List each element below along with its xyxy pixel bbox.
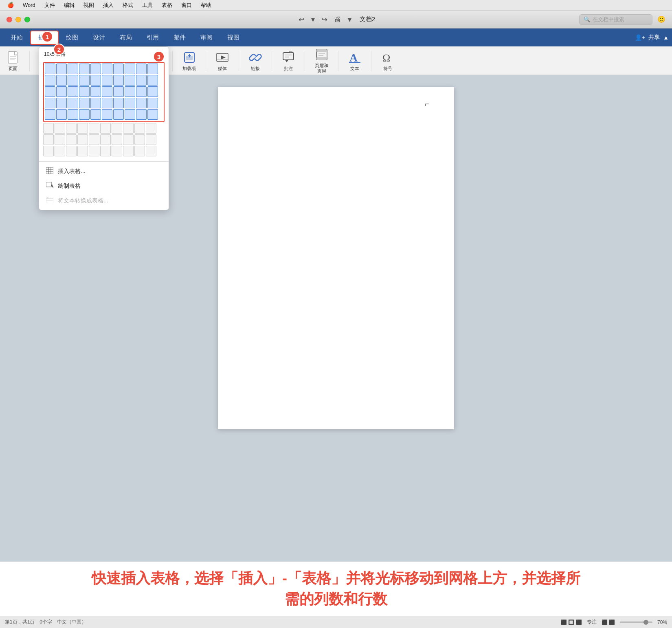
grid-cell[interactable] [146,123,156,134]
grid-cell[interactable] [55,146,65,156]
grid-cell[interactable] [102,64,112,74]
menu-word[interactable]: Word [19,1,40,9]
grid-cell[interactable] [79,64,90,74]
undo-button[interactable]: ↩ [297,14,306,25]
table-dropdown[interactable]: 10x5 表格 3 插入表格... [39,46,169,210]
grid-cell[interactable] [113,86,124,97]
print-button[interactable]: 🖨 [332,14,343,24]
grid-row-selected-4[interactable] [45,109,163,120]
grid-cell[interactable] [125,86,135,97]
grid-cell[interactable] [45,109,55,120]
menu-tools[interactable]: 工具 [138,1,157,10]
grid-cell[interactable] [45,98,55,108]
grid-cell[interactable] [43,146,54,156]
grid-cell[interactable] [147,109,158,120]
grid-row-unselected-7[interactable] [43,146,165,156]
grid-cell[interactable] [45,75,55,86]
grid-cell[interactable] [90,98,101,108]
menu-view[interactable]: 视图 [79,1,98,10]
grid-cell[interactable] [146,134,156,145]
addins-button[interactable]: 加载项 [179,49,199,73]
grid-cell[interactable] [68,64,78,74]
grid-cell[interactable] [43,134,54,145]
grid-cell[interactable] [146,146,156,156]
grid-cell[interactable] [56,86,67,97]
insert-table-action[interactable]: 插入表格... [39,164,169,179]
more-tools[interactable]: ▾ [346,14,353,25]
grid-cell[interactable] [77,123,88,134]
grid-cell[interactable] [56,64,67,74]
grid-cell[interactable] [147,75,158,86]
grid-cell[interactable] [90,109,101,120]
grid-cell[interactable] [123,123,134,134]
grid-cell[interactable] [125,98,135,108]
grid-cell[interactable] [79,98,90,108]
draw-table-action[interactable]: 绘制表格 [39,179,169,193]
comment-button[interactable]: 批注 [279,49,298,73]
grid-cell[interactable] [56,75,67,86]
tab-start[interactable]: 开始 [3,31,30,44]
grid-cell[interactable] [79,109,90,120]
redo-button[interactable]: ↪ [320,14,329,25]
grid-cell[interactable] [125,109,135,120]
menu-help[interactable]: 帮助 [197,1,215,10]
tab-draw[interactable]: 绘图 [59,31,86,44]
grid-cell[interactable] [136,98,147,108]
tab-review[interactable]: 审阅 [193,31,220,44]
link-button[interactable]: 链接 [246,49,265,73]
header-footer-button[interactable]: 页眉和 页脚 [312,46,332,75]
grid-cell[interactable] [112,146,122,156]
menu-window[interactable]: 窗口 [177,1,196,10]
grid-cell[interactable] [79,86,90,97]
grid-cell[interactable] [45,64,55,74]
grid-cell[interactable] [125,75,135,86]
grid-cell[interactable] [136,64,147,74]
grid-cell[interactable] [136,75,147,86]
grid-cell[interactable] [90,64,101,74]
grid-row-selected-0[interactable] [45,64,163,74]
grid-cell[interactable] [56,109,67,120]
grid-cell[interactable] [79,75,90,86]
grid-cell[interactable] [136,109,147,120]
grid-cell[interactable] [66,123,77,134]
tab-references[interactable]: 引用 [139,31,166,44]
grid-row-unselected-6[interactable] [43,134,165,145]
grid-cell[interactable] [102,109,112,120]
grid-cell[interactable] [89,123,99,134]
tab-mail[interactable]: 邮件 [166,31,193,44]
symbol-button[interactable]: Ω 符号 [378,49,397,73]
fullscreen-button[interactable] [24,17,30,22]
grid-cell[interactable] [147,64,158,74]
menu-file[interactable]: 文件 [40,1,59,10]
grid-cell[interactable] [123,134,134,145]
grid-cell[interactable] [113,75,124,86]
grid-cell[interactable] [102,98,112,108]
grid-cell[interactable] [112,134,122,145]
grid-cell[interactable] [68,109,78,120]
menu-insert[interactable]: 插入 [99,1,118,10]
tab-layout[interactable]: 布局 [112,31,139,44]
grid-cell[interactable] [68,75,78,86]
grid-row-selected-2[interactable] [45,86,163,97]
close-button[interactable] [7,17,12,22]
apple-menu[interactable]: 🍎 [3,1,18,9]
grid-cell[interactable] [45,86,55,97]
grid-cell[interactable] [90,75,101,86]
menu-edit[interactable]: 编辑 [60,1,79,10]
grid-cell[interactable] [77,134,88,145]
grid-cell[interactable] [113,98,124,108]
grid-cell[interactable] [89,134,99,145]
grid-cell[interactable] [56,98,67,108]
search-bar[interactable]: 🔍 在文档中搜索 [579,14,652,25]
grid-cell[interactable] [89,146,99,156]
collapse-icon[interactable]: ▲ [663,34,669,41]
grid-cell[interactable] [134,134,145,145]
grid-cell[interactable] [100,146,111,156]
grid-cell[interactable] [123,146,134,156]
grid-cell[interactable] [68,98,78,108]
share-button[interactable]: 👤+ 共享 ▲ [635,34,669,41]
grid-cell[interactable] [102,75,112,86]
grid-cell[interactable] [125,64,135,74]
focus-mode[interactable]: 专注 [587,619,597,626]
grid-cell[interactable] [102,86,112,97]
